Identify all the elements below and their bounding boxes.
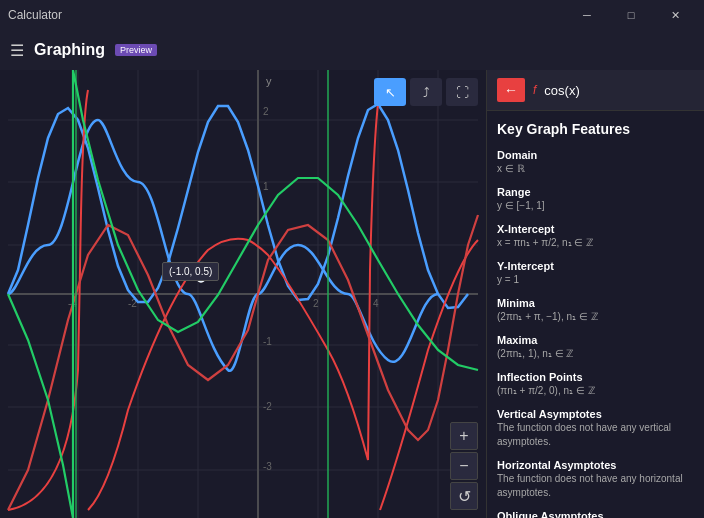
feature-label: Maxima (497, 334, 694, 346)
main-area: ↖ ⤴ ⛶ (0, 70, 704, 518)
preview-badge: Preview (115, 44, 157, 56)
func-expression: cos(x) (544, 83, 579, 98)
feature-label: Range (497, 186, 694, 198)
right-panel: ← f cos(x) Key Graph Features Domainx ∈ … (486, 70, 704, 518)
titlebar-left: Calculator (8, 8, 62, 22)
minimize-button[interactable]: ─ (566, 0, 608, 30)
svg-text:2: 2 (263, 106, 269, 117)
back-icon: ← (504, 82, 518, 98)
feature-label: Inflection Points (497, 371, 694, 383)
feature-value: x ∈ ℝ (497, 162, 694, 176)
feature-value: (2πn₁ + π, −1), n₁ ∈ ℤ (497, 310, 694, 324)
graph-toolbar: ↖ ⤴ ⛶ (374, 78, 478, 106)
feature-value: y ∈ [−1, 1] (497, 199, 694, 213)
feature-label: Oblique Asymptotes (497, 510, 694, 518)
features-title: Key Graph Features (487, 111, 704, 145)
feature-section: Vertical AsymptotesThe function does not… (487, 404, 704, 455)
feature-value: (πn₁ + π/2, 0), n₁ ∈ ℤ (497, 384, 694, 398)
feature-value: x = πn₁ + π/2, n₁ ∈ ℤ (497, 236, 694, 250)
svg-text:y: y (266, 75, 272, 87)
feature-section: Maxima(2πn₁, 1), n₁ ∈ ℤ (487, 330, 704, 367)
close-button[interactable]: ✕ (654, 0, 696, 30)
titlebar: Calculator ─ □ ✕ (0, 0, 704, 30)
zoom-reset-button[interactable]: ↺ (450, 482, 478, 510)
graph-area[interactable]: ↖ ⤴ ⛶ (0, 70, 486, 518)
maximize-button[interactable]: □ (610, 0, 652, 30)
fullscreen-tool-button[interactable]: ⛶ (446, 78, 478, 106)
feature-label: Minima (497, 297, 694, 309)
svg-text:-2: -2 (263, 401, 272, 412)
feature-value: The function does not have any horizonta… (497, 472, 694, 500)
svg-text:4: 4 (373, 298, 379, 309)
share-tool-button[interactable]: ⤴ (410, 78, 442, 106)
cursor-icon: ↖ (385, 85, 396, 100)
feature-value: (2πn₁, 1), n₁ ∈ ℤ (497, 347, 694, 361)
feature-section: Domainx ∈ ℝ (487, 145, 704, 182)
feature-section: Oblique AsymptotesThe function does not … (487, 506, 704, 518)
feature-value: y = 1 (497, 273, 694, 287)
titlebar-controls: ─ □ ✕ (566, 0, 696, 30)
func-back-button[interactable]: ← (497, 78, 525, 102)
feature-label: Y-Intercept (497, 260, 694, 272)
tooltip-text: (-1.0, 0.5) (169, 266, 212, 277)
feature-label: X-Intercept (497, 223, 694, 235)
hamburger-icon[interactable]: ☰ (10, 41, 24, 60)
app-title: Graphing (34, 41, 105, 59)
feature-section: Horizontal AsymptotesThe function does n… (487, 455, 704, 506)
graph-tooltip: (-1.0, 0.5) (162, 262, 219, 281)
feature-label: Horizontal Asymptotes (497, 459, 694, 471)
zoom-out-button[interactable]: − (450, 452, 478, 480)
feature-section: Minima(2πn₁ + π, −1), n₁ ∈ ℤ (487, 293, 704, 330)
svg-text:-3: -3 (263, 461, 272, 472)
features-container: Domainx ∈ ℝRangey ∈ [−1, 1]X-Interceptx … (487, 145, 704, 518)
share-icon: ⤴ (423, 85, 430, 100)
feature-section: Rangey ∈ [−1, 1] (487, 182, 704, 219)
svg-text:-1: -1 (263, 336, 272, 347)
app-title-bar-label: Calculator (8, 8, 62, 22)
top-nav: ☰ Graphing Preview (0, 30, 704, 70)
cursor-tool-button[interactable]: ↖ (374, 78, 406, 106)
fullscreen-icon: ⛶ (456, 85, 469, 100)
graph-svg: 2 1 -1 -2 -3 -4 -2 2 4 y (0, 70, 486, 518)
feature-label: Domain (497, 149, 694, 161)
svg-text:1: 1 (263, 181, 269, 192)
zoom-in-button[interactable]: + (450, 422, 478, 450)
func-fx-icon: f (533, 83, 536, 97)
func-header: ← f cos(x) (487, 70, 704, 111)
app-content: ☰ Graphing Preview ↖ ⤴ ⛶ (0, 30, 704, 518)
zoom-controls: + − ↺ (450, 422, 478, 510)
feature-section: Inflection Points(πn₁ + π/2, 0), n₁ ∈ ℤ (487, 367, 704, 404)
feature-label: Vertical Asymptotes (497, 408, 694, 420)
feature-value: The function does not have any vertical … (497, 421, 694, 449)
feature-section: Y-Intercepty = 1 (487, 256, 704, 293)
feature-section: X-Interceptx = πn₁ + π/2, n₁ ∈ ℤ (487, 219, 704, 256)
